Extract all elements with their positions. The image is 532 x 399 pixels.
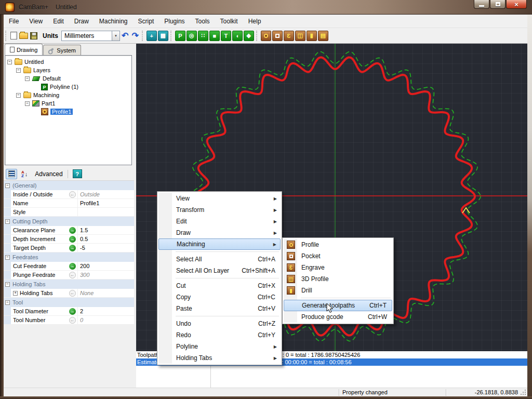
property-value[interactable] xyxy=(77,208,134,216)
property-row-depth-increment[interactable]: Depth Increment→0.5 xyxy=(4,235,134,244)
submenu-item-engrave[interactable]: ƐEngrave xyxy=(284,262,392,273)
context-menu-item-copy[interactable]: CopyCtrl+C xyxy=(158,291,281,303)
value-set-icon[interactable]: → xyxy=(69,227,76,234)
context-menu-item-undo[interactable]: UndoCtrl+Z xyxy=(158,318,281,329)
value-default-icon[interactable]: ← xyxy=(69,191,76,198)
property-row-tool-diameter[interactable]: Tool Diameter→2 xyxy=(4,307,134,316)
value-default-icon[interactable]: ← xyxy=(69,272,76,278)
toolbar-grip[interactable] xyxy=(170,31,172,41)
profile-button[interactable] xyxy=(261,31,271,41)
property-row-holding-tabs[interactable]: +Holding Tabs←None xyxy=(4,289,134,298)
submenu-item-profile[interactable]: Profile xyxy=(284,239,392,250)
context-menu-item-select-all-on-layer[interactable]: Select All On LayerCtrl+Shift+A xyxy=(158,265,281,276)
menubar-item-view[interactable]: View xyxy=(24,16,48,27)
circle-button[interactable]: ◎ xyxy=(187,31,197,41)
save-file-button[interactable] xyxy=(30,32,37,39)
context-menu-item-redo[interactable]: RedoCtrl+Y xyxy=(158,329,281,341)
toolbar-grip[interactable] xyxy=(5,31,7,41)
rectangle-button[interactable]: ■ xyxy=(209,31,220,41)
surface-button[interactable]: ◈ xyxy=(244,31,254,41)
close-button[interactable]: × xyxy=(506,0,527,9)
value-default-icon[interactable]: ← xyxy=(69,317,76,324)
tree-item-part1[interactable]: −Part1 xyxy=(5,99,131,108)
property-category-general[interactable]: −(General) xyxy=(4,181,134,190)
axis-origin-button[interactable]: + xyxy=(147,31,157,41)
context-menu-item-view[interactable]: View▶ xyxy=(158,193,281,204)
property-row-tool-number[interactable]: Tool Number←0 xyxy=(4,316,134,325)
property-value[interactable]: 0 xyxy=(77,316,134,324)
sort-alphabetical-button[interactable]: AZ ↓ xyxy=(21,170,28,178)
context-menu-item-cut[interactable]: CutCtrl+X xyxy=(158,280,281,291)
property-category-tool[interactable]: −Tool xyxy=(4,298,134,307)
menubar-item-edit[interactable]: Edit xyxy=(48,16,69,27)
units-combo-arrow[interactable]: ▼ xyxy=(112,31,120,41)
tab-system[interactable]: System xyxy=(43,45,81,55)
tree-item-machining[interactable]: −Machining xyxy=(5,91,131,99)
property-row-target-depth[interactable]: Target Depth→-5 xyxy=(4,244,134,252)
category-collapse-icon[interactable]: − xyxy=(5,219,10,224)
tree-item-default[interactable]: −Default xyxy=(5,74,131,83)
value-set-icon[interactable]: → xyxy=(69,245,76,251)
category-collapse-icon[interactable]: − xyxy=(5,282,10,287)
minimize-button[interactable] xyxy=(474,0,489,9)
tree-expander-icon[interactable]: − xyxy=(25,76,30,81)
property-value[interactable]: 200 xyxy=(77,262,134,270)
property-row-clearance-plane[interactable]: Clearance Plane→1.5 xyxy=(4,226,134,235)
value-default-icon[interactable]: ← xyxy=(69,290,76,297)
property-row-style[interactable]: Style xyxy=(4,208,134,217)
tab-drawing[interactable]: Drawing xyxy=(5,44,43,55)
context-menu-item-machining[interactable]: Machining▶ xyxy=(158,238,281,250)
context-menu-item-draw[interactable]: Draw▶ xyxy=(158,227,281,238)
tree-expander-icon[interactable]: − xyxy=(16,68,21,73)
property-value[interactable]: -5 xyxy=(77,244,134,252)
category-collapse-icon[interactable]: − xyxy=(5,183,10,188)
arc-button[interactable]: ◖ xyxy=(232,31,243,41)
new-file-button[interactable] xyxy=(10,32,17,39)
context-menu-item-edit[interactable]: Edit▶ xyxy=(158,216,281,227)
menubar-item-tools[interactable]: Tools xyxy=(190,16,215,27)
menubar-item-machining[interactable]: Machining xyxy=(94,16,133,27)
context-menu-item-select-all[interactable]: Select AllCtrl+A xyxy=(158,254,281,265)
context-menu-item-polyline[interactable]: Polyline▶ xyxy=(158,341,281,352)
context-menu-item-paste[interactable]: PasteCtrl+V xyxy=(158,303,281,314)
tree-item-layers[interactable]: −Layers xyxy=(5,66,131,74)
property-category-feedrates[interactable]: −Feedrates xyxy=(4,252,134,262)
tree-expander-icon[interactable]: − xyxy=(7,60,12,64)
categorize-button[interactable] xyxy=(6,169,17,179)
property-value[interactable]: 1.5 xyxy=(77,226,134,234)
property-value[interactable]: 300 xyxy=(77,271,134,279)
point-list-button[interactable]: ∷ xyxy=(198,31,208,41)
pocket-button[interactable] xyxy=(272,31,283,41)
redo-button[interactable]: ↷ xyxy=(131,31,138,41)
property-row-plunge-feedrate[interactable]: Plunge Feedrate←300 xyxy=(4,271,134,280)
property-expand-icon[interactable]: + xyxy=(13,291,18,296)
submenu-item-drill[interactable]: ▮Drill xyxy=(284,285,392,296)
help-button[interactable]: ? xyxy=(73,169,82,178)
property-row-cut-feedrate[interactable]: Cut Feedrate→200 xyxy=(4,262,134,271)
category-collapse-icon[interactable]: − xyxy=(5,300,10,305)
submenu-item-produce-gcode[interactable]: Produce gcodeCtrl+W xyxy=(284,311,392,323)
toolbar-grip[interactable] xyxy=(142,31,143,41)
submenu-item-generate-toolpaths[interactable]: Generate toolpathsCtrl+T xyxy=(284,300,392,311)
gcode-button[interactable]: ▤ xyxy=(318,31,328,41)
tree-item-untitled[interactable]: −Untitled xyxy=(5,58,131,66)
tree-expander-icon[interactable]: − xyxy=(16,93,21,98)
engrave-button[interactable]: Ɛ xyxy=(284,31,294,41)
property-row-name[interactable]: NameProfile1 xyxy=(4,199,134,208)
tree-item-polyline-1[interactable]: Polyline (1) xyxy=(5,83,131,91)
property-row-inside-outside[interactable]: Inside / Outside←Outside xyxy=(4,190,134,199)
value-set-icon[interactable]: → xyxy=(69,308,76,315)
toolbar-grip[interactable] xyxy=(256,31,258,41)
property-value[interactable]: Outside xyxy=(77,190,134,198)
menubar-item-script[interactable]: Script xyxy=(133,16,159,27)
property-value[interactable]: 0.5 xyxy=(77,235,134,243)
undo-button[interactable]: ↶ xyxy=(122,31,128,41)
property-value[interactable]: None xyxy=(77,289,134,297)
polyline-button[interactable]: P xyxy=(175,31,185,41)
menubar-item-draw[interactable]: Draw xyxy=(69,16,94,27)
submenu-item-3d-profile[interactable]: ◫3D Profile xyxy=(284,273,392,285)
grid-button[interactable]: ▦ xyxy=(158,31,168,41)
tree-item-profile1[interactable]: Profile1 xyxy=(5,108,131,116)
resize-grip[interactable] xyxy=(525,394,526,395)
profile3d-button[interactable]: ◫ xyxy=(295,31,305,41)
